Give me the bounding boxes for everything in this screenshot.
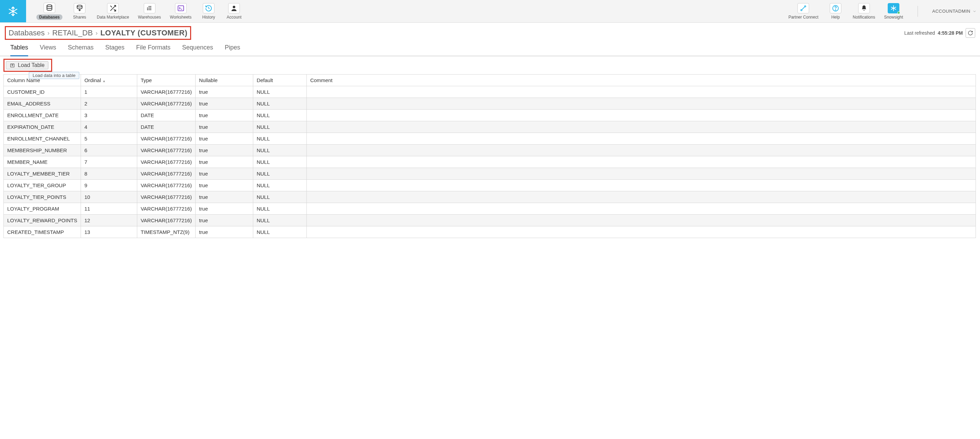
cell-comment (306, 86, 975, 98)
nav-snowsight[interactable]: Snowsight (884, 3, 903, 19)
last-refreshed-time: 4:55:28 PM (938, 30, 963, 36)
table-row[interactable]: LOYALTY_TIER_POINTS10VARCHAR(16777216)tr… (4, 192, 976, 203)
tabs: Tables Views Schemas Stages File Formats… (0, 40, 980, 56)
cell-ordinal: 9 (81, 180, 137, 192)
nav-label: Shares (73, 15, 86, 19)
svg-rect-9 (147, 8, 148, 9)
account-role: ACCOUNTADMIN (932, 9, 970, 14)
breadcrumb-root[interactable]: Databases (9, 29, 45, 37)
cell-name: EMAIL_ADDRESS (4, 98, 81, 110)
nav-warehouses[interactable]: Warehouses (138, 3, 161, 19)
table-row[interactable]: ENROLLMENT_CHANNEL5VARCHAR(16777216)true… (4, 133, 976, 145)
tab-tables[interactable]: Tables (10, 44, 28, 56)
grid-icon (146, 5, 153, 12)
nav-label: Snowsight (884, 15, 903, 19)
cell-default: NULL (253, 98, 306, 110)
nav-right: Partner Connect Help Notifications Snows… (789, 0, 977, 22)
last-refreshed-label: Last refreshed (904, 30, 935, 36)
nav-label: History (202, 15, 215, 19)
refresh-icon (968, 30, 973, 36)
nav-label: Data Marketplace (97, 15, 129, 19)
cell-ordinal: 10 (81, 192, 137, 203)
cell-ordinal: 2 (81, 98, 137, 110)
cell-ordinal: 12 (81, 215, 137, 227)
cell-name: MEMBERSHIP_NUMBER (4, 145, 81, 156)
tab-file-formats[interactable]: File Formats (136, 44, 170, 56)
refresh-button[interactable] (966, 28, 975, 38)
nav-account[interactable]: Account (226, 3, 242, 19)
snowflake-logo[interactable] (0, 0, 26, 22)
header-type[interactable]: Type (137, 75, 195, 86)
history-icon (205, 5, 212, 12)
table-row[interactable]: MEMBER_NAME7VARCHAR(16777216)trueNULL (4, 156, 976, 168)
nav-worksheets[interactable]: Worksheets (170, 3, 191, 19)
nav-partner-connect[interactable]: Partner Connect (789, 3, 818, 19)
cell-comment (306, 227, 975, 238)
cell-name: CUSTOMER_ID (4, 86, 81, 98)
cell-default: NULL (253, 215, 306, 227)
tab-pipes[interactable]: Pipes (225, 44, 240, 56)
cell-nullable: true (195, 133, 253, 145)
table-row[interactable]: LOYALTY_TIER_GROUP9VARCHAR(16777216)true… (4, 180, 976, 192)
cell-ordinal: 3 (81, 110, 137, 121)
table-row[interactable]: CUSTOMER_ID1VARCHAR(16777216)trueNULL (4, 86, 976, 98)
chevron-right-icon: › (95, 30, 97, 37)
nav-label: Account (226, 15, 241, 19)
nav-left: Databases Shares Data Marketplace Wareho… (26, 0, 789, 22)
header-default[interactable]: Default (253, 75, 306, 86)
cell-nullable: true (195, 110, 253, 121)
table-row[interactable]: CREATED_TIMESTAMP13TIMESTAMP_NTZ(9)trueN… (4, 227, 976, 238)
tooltip: Load data into a table (29, 72, 79, 79)
load-table-button[interactable]: Load Table (6, 61, 48, 69)
svg-point-19 (233, 5, 235, 8)
nav-history[interactable]: History (200, 3, 217, 19)
cell-nullable: true (195, 180, 253, 192)
cell-name: LOYALTY_TIER_POINTS (4, 192, 81, 203)
cell-name: LOYALTY_TIER_GROUP (4, 180, 81, 192)
cell-type: VARCHAR(16777216) (137, 156, 195, 168)
cell-ordinal: 7 (81, 156, 137, 168)
cell-nullable: true (195, 86, 253, 98)
tab-sequences[interactable]: Sequences (182, 44, 213, 56)
cell-comment (306, 192, 975, 203)
breadcrumb-db[interactable]: RETAIL_DB (52, 29, 93, 37)
cell-default: NULL (253, 110, 306, 121)
nav-notifications[interactable]: Notifications (853, 3, 875, 19)
svg-point-20 (801, 9, 802, 11)
table-row[interactable]: MEMBERSHIP_NUMBER6VARCHAR(16777216)trueN… (4, 145, 976, 156)
header-comment[interactable]: Comment (306, 75, 975, 86)
upload-icon (10, 62, 15, 68)
svg-rect-15 (149, 6, 150, 7)
cell-comment (306, 168, 975, 180)
cell-name: LOYALTY_MEMBER_TIER (4, 168, 81, 180)
tab-views[interactable]: Views (40, 44, 56, 56)
cell-type: VARCHAR(16777216) (137, 215, 195, 227)
header-ordinal[interactable]: Ordinal▲ (81, 75, 137, 86)
table-row[interactable]: LOYALTY_MEMBER_TIER8VARCHAR(16777216)tru… (4, 168, 976, 180)
table-row[interactable]: LOYALTY_REWARD_POINTS12VARCHAR(16777216)… (4, 215, 976, 227)
tab-stages[interactable]: Stages (105, 44, 124, 56)
cell-type: VARCHAR(16777216) (137, 98, 195, 110)
tab-schemas[interactable]: Schemas (68, 44, 94, 56)
nav-databases[interactable]: Databases (37, 3, 62, 20)
load-table-highlight: Load Table (3, 59, 52, 72)
nav-help[interactable]: Help (827, 3, 844, 19)
svg-rect-17 (178, 5, 184, 11)
table-row[interactable]: EMAIL_ADDRESS2VARCHAR(16777216)trueNULL (4, 98, 976, 110)
nav-marketplace[interactable]: Data Marketplace (97, 3, 129, 19)
nav-shares[interactable]: Shares (72, 3, 88, 19)
cell-comment (306, 110, 975, 121)
cell-name: ENROLLMENT_DATE (4, 110, 81, 121)
table-row[interactable]: LOYALTY_PROGRAM11VARCHAR(16777216)trueNU… (4, 203, 976, 215)
account-menu[interactable]: ACCOUNTADMIN (932, 9, 977, 14)
top-nav: Databases Shares Data Marketplace Wareho… (0, 0, 980, 23)
cell-type: VARCHAR(16777216) (137, 86, 195, 98)
help-icon (832, 5, 839, 12)
header-nullable[interactable]: Nullable (195, 75, 253, 86)
cell-comment (306, 98, 975, 110)
svg-rect-11 (150, 8, 151, 9)
terminal-icon (177, 5, 185, 12)
cell-comment (306, 133, 975, 145)
table-row[interactable]: ENROLLMENT_DATE3DATEtrueNULL (4, 110, 976, 121)
table-row[interactable]: EXPIRATION_DATE4DATEtrueNULL (4, 121, 976, 133)
